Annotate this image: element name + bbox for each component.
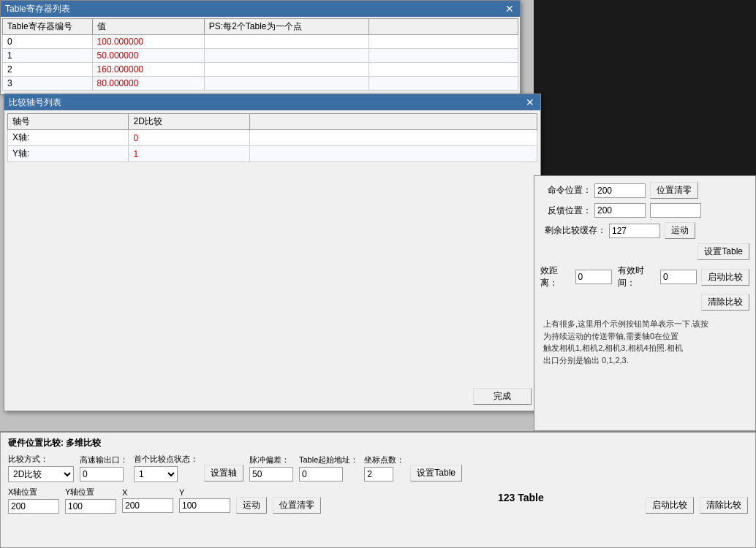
compare-dialog-close[interactable]: ✕: [524, 97, 536, 107]
right-dark-area: [534, 0, 756, 175]
bottom-panel-inner: 硬件位置比较: 多维比较 比较方式： 2D比较 1D比较 高速输出口： 首个比较…: [1, 433, 755, 522]
compare-table-area: 轴号 2D比较 X轴: 0 Y轴: 1: [4, 110, 540, 382]
register-extra: [368, 63, 518, 77]
info-text: 上有很多,这里用个示例按钮简单表示一下.该按 为持续运动的传送带轴,需要轴0在位…: [540, 315, 749, 369]
feedback-pos-row: 反馈位置：: [540, 203, 749, 218]
pulse-offset-label: 脉冲偏差：: [249, 454, 293, 465]
bottom-row-2: X轴位置 Y轴位置 X Y 运动 位置清零 启动比: [8, 487, 748, 514]
feedback-pos-label: 反馈位置：: [540, 205, 591, 217]
register-value: 100.000000: [92, 35, 204, 49]
first-point-state-group: 首个比较点状态： 1 0: [134, 454, 198, 482]
compare-dialog-content: 轴号 2D比较 X轴: 0 Y轴: 1 完成: [4, 110, 540, 411]
high-speed-output-input[interactable]: [80, 467, 124, 482]
register-id: 0: [3, 35, 93, 49]
register-note: [204, 63, 368, 77]
pulse-offset-input[interactable]: [249, 467, 293, 482]
coord-points-input[interactable]: [364, 467, 393, 482]
col-header-note: PS:每2个Table为一个点: [204, 19, 368, 35]
bottom-move-button[interactable]: 运动: [236, 497, 267, 514]
compare-method-group: 比较方式： 2D比较 1D比较: [8, 454, 74, 482]
x-coord-input[interactable]: [122, 498, 173, 513]
done-btn-row: 完成: [4, 382, 540, 411]
bottom-clear-pos-group: 位置清零: [273, 497, 321, 514]
y-axis-pos-group: Y轴位置: [65, 487, 116, 514]
compare-method-select[interactable]: 2D比较 1D比较: [8, 466, 74, 482]
effect-time-input[interactable]: [660, 270, 697, 284]
col-header-extra: [368, 19, 518, 35]
first-point-state-label: 首个比较点状态：: [134, 454, 198, 465]
bottom-clear-compare-group: 清除比较: [700, 497, 748, 514]
x-axis-pos-input[interactable]: [8, 499, 59, 514]
table-start-addr-input[interactable]: [299, 467, 343, 482]
y-axis-pos-input[interactable]: [65, 499, 116, 514]
bottom-clear-compare-button[interactable]: 清除比较: [700, 497, 748, 514]
x-axis-pos-label: X轴位置: [8, 487, 59, 498]
done-button[interactable]: 完成: [473, 388, 532, 405]
effect-time-label: 有效时间：: [618, 265, 657, 289]
table-row: 1 50.000000: [3, 49, 518, 63]
compare-col-extra: [249, 114, 537, 130]
register-value: 50.000000: [92, 49, 204, 63]
compare-axis-row: Y轴: 1: [8, 146, 537, 162]
register-note: [204, 77, 368, 91]
table-register-dialog: Table寄存器列表 ✕ Table寄存器编号 值 PS:每2个Table为一个…: [0, 0, 521, 95]
effect-dist-input[interactable]: [575, 270, 612, 284]
pulse-offset-group: 脉冲偏差：: [249, 454, 293, 482]
register-id: 3: [3, 77, 93, 91]
y-coord-input[interactable]: [179, 498, 230, 513]
register-value: 80.000000: [92, 77, 204, 91]
feedback-extra-input[interactable]: [650, 203, 701, 218]
col-header-value: 值: [92, 19, 204, 35]
compare-dialog-titlebar: 比较轴号列表 ✕: [4, 94, 540, 110]
command-pos-row: 命令位置： 位置清零: [540, 182, 749, 199]
register-extra: [368, 77, 518, 91]
axis-col-header: 轴号: [8, 114, 129, 130]
register-id: 1: [3, 49, 93, 63]
clear-compare-row: 清除比较: [540, 294, 749, 311]
table-123-label: 123 Table: [498, 492, 544, 503]
compare-dialog-title: 比较轴号列表: [9, 96, 61, 109]
table-dialog-content: Table寄存器编号 值 PS:每2个Table为一个点 0 100.00000…: [1, 17, 520, 94]
y-axis-pos-label: Y轴位置: [65, 487, 116, 498]
bottom-clear-pos-button[interactable]: 位置清零: [273, 497, 321, 514]
col-header-id: Table寄存器编号: [3, 19, 93, 35]
set-table-button[interactable]: 设置Table: [698, 243, 749, 260]
command-pos-label: 命令位置：: [540, 184, 591, 197]
bottom-start-compare-button[interactable]: 启动比较: [646, 497, 694, 514]
set-table-row: 设置Table: [540, 243, 749, 260]
start-compare-button[interactable]: 启动比较: [701, 269, 749, 286]
right-panel: 命令位置： 位置清零 反馈位置： 剩余比较缓存： 运动 设置Table 效距离：…: [534, 175, 756, 431]
first-point-state-select[interactable]: 1 0: [134, 466, 178, 482]
set-axis-button[interactable]: 设置轴: [204, 465, 243, 482]
move-button[interactable]: 运动: [665, 222, 695, 239]
axis-name: Y轴:: [8, 146, 129, 162]
table-dialog-close[interactable]: ✕: [504, 4, 515, 14]
bottom-row-1: 比较方式： 2D比较 1D比较 高速输出口： 首个比较点状态： 1 0 设置轴: [8, 454, 748, 482]
clear-compare-button[interactable]: 清除比较: [701, 294, 749, 311]
table-row: 2 160.000000: [3, 63, 518, 77]
table-start-addr-label: Table起始地址：: [299, 454, 358, 465]
bottom-set-table-button[interactable]: 设置Table: [410, 465, 462, 482]
coord-points-group: 坐标点数：: [364, 454, 404, 482]
axis-name: X轴:: [8, 130, 129, 146]
remain-input[interactable]: [609, 224, 660, 238]
register-extra: [368, 49, 518, 63]
y-coord-label: Y: [179, 488, 230, 497]
axis-extra: [249, 146, 537, 162]
feedback-pos-input[interactable]: [594, 203, 646, 218]
axis-compare-value: 1: [129, 146, 249, 162]
bottom-set-table-group: 设置Table: [410, 465, 462, 482]
register-id: 2: [3, 63, 93, 77]
bottom-move-group: 运动: [236, 497, 267, 514]
register-extra: [368, 35, 518, 49]
table-dialog-title: Table寄存器列表: [5, 3, 70, 15]
command-pos-input[interactable]: [594, 183, 646, 198]
coord-points-label: 坐标点数：: [364, 454, 404, 465]
bottom-panel: 硬件位置比较: 多维比较 比较方式： 2D比较 1D比较 高速输出口： 首个比较…: [0, 431, 756, 548]
axis-compare-value: 0: [129, 130, 249, 146]
high-speed-output-group: 高速输出口：: [80, 454, 128, 482]
table-row: 3 80.000000: [3, 77, 518, 91]
compare-method-label: 比较方式：: [8, 454, 74, 465]
clear-pos-button[interactable]: 位置清零: [650, 182, 698, 199]
y-coord-group: Y: [179, 488, 230, 513]
